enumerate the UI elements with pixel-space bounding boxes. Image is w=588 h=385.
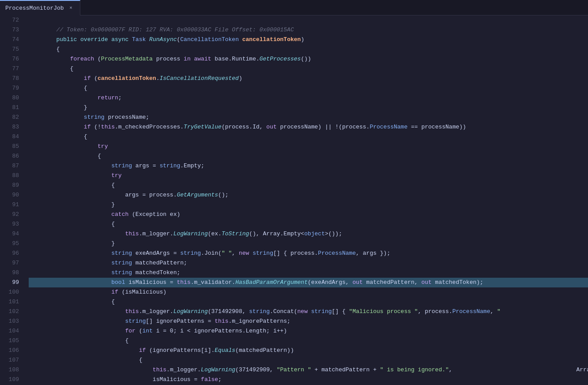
code-line-91: } <box>29 200 588 210</box>
code-line-74: public override async Task RunAsync(Canc… <box>29 35 588 45</box>
line-num-97: 97 <box>0 258 19 268</box>
code-line-107: { <box>29 355 588 365</box>
line-num-73: 73 <box>0 25 19 35</box>
line-num-93: 93 <box>0 219 19 229</box>
code-line-88: try <box>29 171 588 181</box>
line-num-78: 78 <box>0 74 19 83</box>
code-line-82: string processName; <box>29 113 588 122</box>
code-line-98: string matchedToken; <box>29 268 588 278</box>
line-num-76: 76 <box>0 54 19 64</box>
code-line-103: string[] ignorePatterns = this.m_ignoreP… <box>29 317 588 326</box>
line-num-101: 101 <box>0 297 19 307</box>
line-num-92: 92 <box>0 210 19 219</box>
code-line-108: this.m_logger.LogWarning(371492909, "Pat… <box>29 365 588 375</box>
line-num-90: 90 <box>0 190 19 200</box>
line-num-80: 80 <box>0 93 19 103</box>
code-line-80: return; <box>29 93 588 103</box>
code-line-77: { <box>29 64 588 74</box>
code-line-92: catch (Exception ex) <box>29 210 588 219</box>
line-num-105: 105 <box>0 336 19 346</box>
line-num-94: 94 <box>0 229 19 239</box>
line-num-109: 109 <box>0 375 19 385</box>
code-line-73: // Token: 0x0600007F RID: 127 RVA: 0x000… <box>29 25 588 35</box>
code-line-93: { <box>29 219 588 229</box>
code-line-90: args = process.GetArguments(); <box>29 190 588 200</box>
line-num-99: 99 <box>0 278 19 287</box>
line-num-79: 79 <box>0 83 19 93</box>
line-num-102: 102 <box>0 307 19 317</box>
tab-label: ProcessMonitorJob <box>5 5 64 11</box>
line-num-91: 91 <box>0 200 19 210</box>
line-num-81: 81 <box>0 103 19 113</box>
code-line-94: this.m_logger.LogWarning(ex.ToString(), … <box>29 229 588 239</box>
code-area: 72 73 74 75 76 77 78 79 80 81 82 83 84 8… <box>0 15 588 385</box>
tab-bar: ProcessMonitorJob × <box>0 0 588 15</box>
code-line-95: } <box>29 239 588 249</box>
line-num-74: 74 <box>0 35 19 45</box>
code-line-84: { <box>29 132 588 142</box>
line-num-96: 96 <box>0 249 19 258</box>
editor-tab[interactable]: ProcessMonitorJob × <box>0 0 80 15</box>
code-line-83: if (!this.m_checkedProcesses.TryGetValue… <box>29 122 588 132</box>
line-num-87: 87 <box>0 161 19 171</box>
line-num-100: 100 <box>0 287 19 297</box>
code-line-85: try <box>29 142 588 151</box>
code-line-79: { <box>29 83 588 93</box>
line-num-77: 77 <box>0 64 19 74</box>
line-num-98: 98 <box>0 268 19 278</box>
code-line-81: } <box>29 103 588 113</box>
code-line-101: { <box>29 297 588 307</box>
code-line-99: bool isMalicious = this.m_validator.HasB… <box>29 278 588 287</box>
code-line-78: if (cancellationToken.IsCancellationRequ… <box>29 74 588 83</box>
code-line-102: this.m_logger.LogWarning(371492908, stri… <box>29 307 588 317</box>
code-line-105: { <box>29 336 588 346</box>
code-lines: // Token: 0x0600007F RID: 127 RVA: 0x000… <box>24 15 588 385</box>
line-num-103: 103 <box>0 317 19 326</box>
code-line-76: foreach (ProcessMetadata process in awai… <box>29 54 588 64</box>
code-line-97: string matchedPattern; <box>29 258 588 268</box>
line-num-108: 108 <box>0 365 19 375</box>
code-line-86: { <box>29 151 588 161</box>
line-num-83: 83 <box>0 122 19 132</box>
line-num-86: 86 <box>0 151 19 161</box>
line-num-107: 107 <box>0 355 19 365</box>
line-num-82: 82 <box>0 113 19 122</box>
line-num-104: 104 <box>0 326 19 336</box>
code-line-75: { <box>29 45 588 54</box>
line-num-85: 85 <box>0 142 19 151</box>
code-line-96: string exeAndArgs = string.Join(" ", new… <box>29 249 588 258</box>
code-line-104: for (int i = 0; i < ignorePatterns.Lengt… <box>29 326 588 336</box>
code-line-109: isMalicious = false; <box>29 375 588 385</box>
code-line-106: if (ignorePatterns[i].Equals(matchedPatt… <box>29 346 588 355</box>
code-content[interactable]: // Token: 0x0600007F RID: 127 RVA: 0x000… <box>24 15 588 385</box>
line-num-75: 75 <box>0 45 19 54</box>
editor-container: ProcessMonitorJob × 72 73 74 75 76 77 78… <box>0 0 588 385</box>
line-num-72: 72 <box>0 15 19 25</box>
line-num-88: 88 <box>0 171 19 181</box>
line-num-89: 89 <box>0 181 19 190</box>
line-numbers: 72 73 74 75 76 77 78 79 80 81 82 83 84 8… <box>0 15 24 385</box>
code-line-87: string args = string.Empty; <box>29 161 588 171</box>
line-num-95: 95 <box>0 239 19 249</box>
code-line-100: if (isMalicious) <box>29 287 588 297</box>
line-num-106: 106 <box>0 346 19 355</box>
tab-close-button[interactable]: × <box>68 4 75 11</box>
line-num-84: 84 <box>0 132 19 142</box>
code-line-89: { <box>29 181 588 190</box>
code-line-72 <box>29 15 588 25</box>
